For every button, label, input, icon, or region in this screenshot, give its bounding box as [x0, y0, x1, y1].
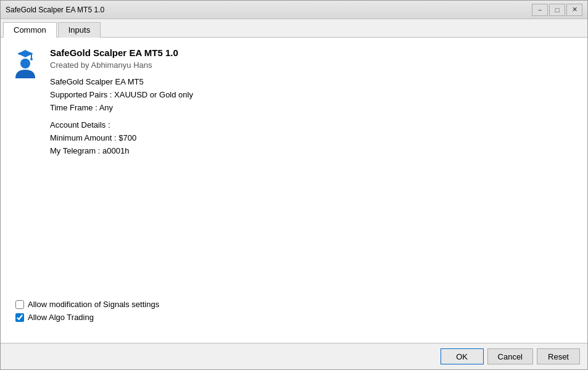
- window-title: SafeGold Scalper EA MT5 1.0: [6, 6, 104, 14]
- svg-point-3: [30, 58, 33, 60]
- algo-checkbox-row: Allow Algo Trading: [15, 313, 573, 322]
- title-bar-controls: − □ ✕: [532, 4, 582, 16]
- ok-button[interactable]: OK: [441, 348, 484, 364]
- tab-common[interactable]: Common: [3, 22, 57, 38]
- minimize-button[interactable]: −: [532, 4, 548, 16]
- signals-checkbox[interactable]: [15, 300, 24, 309]
- tab-bar: Common Inputs: [1, 19, 587, 38]
- checkbox-section: Allow modification of Signals settings A…: [10, 300, 578, 326]
- svg-point-4: [20, 59, 30, 68]
- detail-line2: Supported Pairs : XAUUSD or Gold only: [50, 89, 578, 102]
- title-bar: SafeGold Scalper EA MT5 1.0 − □ ✕: [1, 1, 587, 19]
- algo-checkbox[interactable]: [15, 313, 24, 322]
- detail-line7: My Telegram : a0001h: [50, 145, 578, 158]
- content-area: SafeGold Scalper EA MT5 1.0 Created by A…: [1, 38, 587, 343]
- svg-marker-1: [18, 50, 33, 57]
- info-text-block: SafeGold Scalper EA MT5 1.0 Created by A…: [50, 47, 578, 158]
- signals-label[interactable]: Allow modification of Signals settings: [28, 300, 159, 309]
- close-button[interactable]: ✕: [566, 4, 582, 16]
- ea-title: SafeGold Scalper EA MT5 1.0: [50, 47, 578, 58]
- detail-line6: Minimum Amount : $700: [50, 132, 578, 145]
- maximize-button[interactable]: □: [549, 4, 565, 16]
- detail-line1: SafeGold Scalper EA MT5: [50, 76, 578, 89]
- main-window: SafeGold Scalper EA MT5 1.0 − □ ✕ Common…: [0, 0, 588, 370]
- button-bar: OK Cancel Reset: [1, 343, 587, 369]
- detail-line3: Time Frame : Any: [50, 102, 578, 115]
- algo-label[interactable]: Allow Algo Trading: [28, 313, 94, 322]
- cancel-button[interactable]: Cancel: [487, 348, 533, 364]
- detail-line5: Account Details :: [50, 119, 578, 132]
- info-details: SafeGold Scalper EA MT5 Supported Pairs …: [50, 76, 578, 158]
- reset-button[interactable]: Reset: [537, 348, 580, 364]
- content-spacer: [10, 163, 578, 300]
- signals-checkbox-row: Allow modification of Signals settings: [15, 300, 573, 309]
- info-section: SafeGold Scalper EA MT5 1.0 Created by A…: [10, 47, 578, 158]
- avatar: [10, 47, 40, 81]
- tab-inputs[interactable]: Inputs: [58, 22, 101, 38]
- created-by: Created by Abhimanyu Hans: [50, 60, 578, 70]
- svg-rect-2: [31, 54, 32, 59]
